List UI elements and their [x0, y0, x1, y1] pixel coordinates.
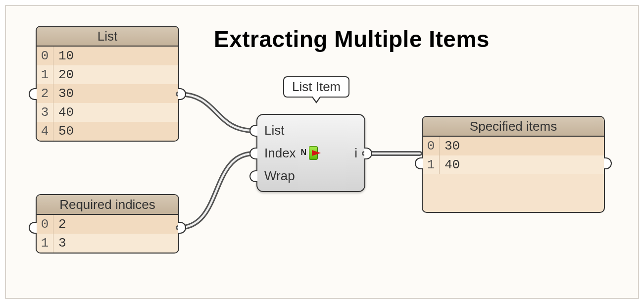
port-icon[interactable] — [249, 170, 257, 182]
row-value: 30 — [53, 84, 74, 103]
diagram-canvas: Extracting Multiple Items List 010120230… — [5, 5, 639, 299]
port-icon[interactable] — [249, 148, 257, 159]
component-input-wrap[interactable]: Wrap — [257, 164, 364, 187]
input-label: Index — [264, 146, 296, 161]
table-row: 02 — [37, 215, 178, 234]
list-item-icon: N — [301, 146, 326, 160]
panel-output-header: Specified items — [423, 117, 604, 137]
row-index: 4 — [37, 122, 53, 141]
table-row: 230 — [37, 84, 178, 103]
port-icon[interactable] — [29, 88, 37, 100]
row-value: 10 — [53, 47, 74, 65]
row-value: 40 — [440, 155, 460, 174]
row-index: 0 — [37, 47, 53, 65]
component-input-index[interactable]: Index N i — [257, 142, 364, 164]
port-icon[interactable] — [604, 157, 612, 169]
port-icon[interactable] — [178, 222, 186, 234]
panel-indices-rows: 0213 — [37, 215, 178, 253]
panel-list[interactable]: List 010120230340450 — [36, 26, 179, 142]
table-row: 030 — [423, 137, 604, 155]
list-item-component[interactable]: List Index N i Wrap — [256, 114, 365, 192]
output-label: i — [354, 146, 357, 161]
diagram-title: Extracting Multiple Items — [214, 26, 490, 52]
input-label: List — [264, 123, 284, 138]
table-row: 13 — [37, 234, 178, 253]
component-input-list[interactable]: List — [257, 119, 364, 142]
port-icon[interactable] — [178, 88, 186, 100]
row-index: 2 — [37, 84, 53, 103]
row-value: 40 — [53, 103, 74, 122]
table-row: 120 — [37, 65, 178, 84]
panel-list-rows: 010120230340450 — [37, 47, 178, 141]
row-value: 3 — [53, 234, 66, 253]
row-index: 1 — [37, 65, 53, 84]
panel-required-indices[interactable]: Required indices 0213 — [36, 194, 179, 253]
row-index: 0 — [423, 137, 440, 155]
row-value: 50 — [53, 122, 74, 141]
table-row: 140 — [423, 155, 604, 174]
table-row: 010 — [37, 47, 178, 65]
component-tooltip: List Item — [283, 76, 349, 98]
row-index: 1 — [423, 155, 440, 174]
panel-output-rows: 030140 — [423, 137, 604, 174]
row-index: 3 — [37, 103, 53, 122]
port-icon[interactable] — [364, 148, 372, 159]
row-value: 20 — [53, 65, 74, 84]
table-row: 450 — [37, 122, 178, 141]
input-label: Wrap — [264, 168, 295, 184]
panel-specified-items[interactable]: Specified items 030140 — [422, 116, 605, 213]
row-value: 2 — [53, 215, 66, 234]
port-icon[interactable] — [415, 157, 423, 169]
panel-list-header: List — [37, 27, 178, 47]
row-index: 0 — [37, 215, 53, 234]
icon-letter: N — [301, 148, 307, 157]
panel-indices-header: Required indices — [37, 195, 178, 215]
table-row: 340 — [37, 103, 178, 122]
port-icon[interactable] — [29, 222, 37, 234]
row-index: 1 — [37, 234, 53, 253]
row-value: 30 — [440, 137, 460, 155]
port-icon[interactable] — [249, 125, 257, 137]
